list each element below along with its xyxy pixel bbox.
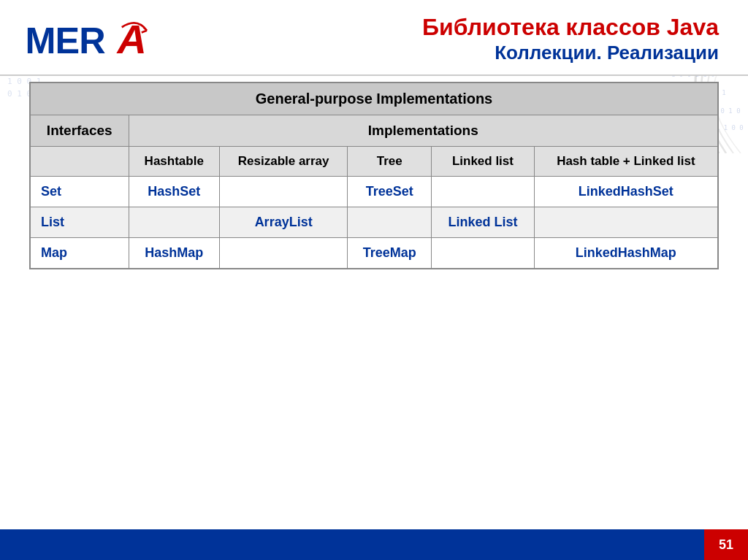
col-header-resizable: Resizable array [219, 147, 347, 177]
cell-map-hashtable: HashMap [129, 238, 219, 269]
implementations-label: Implementations [129, 115, 718, 147]
page-title-main: Библиотека классов Java [168, 13, 719, 41]
cell-list-resizable: ArrayList [219, 207, 347, 238]
cell-interface-list: List [30, 207, 129, 238]
cell-set-hashtable-linked: LinkedHashSet [534, 177, 718, 207]
cell-list-tree [348, 207, 432, 238]
page-title-sub: Коллекции. Реализации [168, 41, 719, 66]
header: MER A Библиотека классов Java Коллекции.… [0, 0, 748, 74]
cell-map-hashtable-linked: LinkedHashMap [534, 238, 718, 269]
cell-map-tree: TreeMap [348, 238, 432, 269]
table-top-header: General-purpose Implementations [30, 83, 718, 115]
logo-area: MER A [22, 13, 168, 67]
cell-list-hashtable-linked [534, 207, 718, 238]
interfaces-label: Interfaces [30, 115, 129, 147]
col-header-tree: Tree [348, 147, 432, 177]
col-header-empty [30, 147, 129, 177]
table-row: Set HashSet TreeSet LinkedHashSet [30, 177, 718, 207]
cell-set-tree: TreeSet [348, 177, 432, 207]
col-header-hashtable: Hashtable [129, 147, 219, 177]
content-area: General-purpose Implementations Interfac… [0, 82, 748, 269]
cell-interface-set: Set [30, 177, 129, 207]
page-number: 51 [719, 537, 733, 553]
cell-set-linked [432, 177, 535, 207]
footer: 51 [0, 529, 748, 560]
cell-map-resizable [219, 238, 347, 269]
svg-text:MER: MER [26, 20, 106, 61]
table-row: Map HashMap TreeMap LinkedHashMap [30, 238, 718, 269]
cell-set-resizable [219, 177, 347, 207]
cell-list-linked: Linked List [432, 207, 535, 238]
table-row: List ArrayList Linked List [30, 207, 718, 238]
cell-list-hashtable [129, 207, 219, 238]
cell-interface-map: Map [30, 238, 129, 269]
cell-map-linked [432, 238, 535, 269]
implementations-table: General-purpose Implementations Interfac… [29, 82, 719, 269]
col-header-linked: Linked list [432, 147, 535, 177]
col-header-hashtable-linked: Hash table + Linked list [534, 147, 718, 177]
title-area: Библиотека классов Java Коллекции. Реали… [168, 13, 726, 66]
page-number-area: 51 [704, 529, 748, 560]
cell-set-hashtable: HashSet [129, 177, 219, 207]
